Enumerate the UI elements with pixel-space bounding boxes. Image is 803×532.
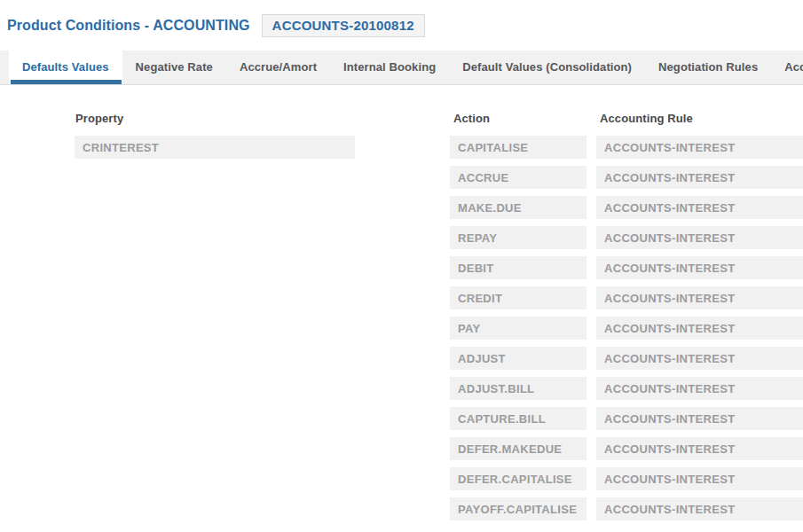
- action-field[interactable]: PAYOFF.CAPITALISE: [450, 497, 587, 520]
- accounting-rule-column-header: Accounting Rule: [596, 112, 803, 125]
- action-field[interactable]: CAPITALISE: [450, 136, 587, 159]
- action-field[interactable]: PAY: [450, 317, 587, 340]
- action-field[interactable]: ADJUST.BILL: [450, 377, 587, 400]
- accounting-rule-field[interactable]: ACCOUNTS-INTEREST: [596, 166, 803, 189]
- tab-accrue-amort[interactable]: Accrue/Amort: [226, 51, 330, 84]
- tab-negative-rate[interactable]: Negative Rate: [122, 51, 226, 84]
- accounting-rule-field[interactable]: ACCOUNTS-INTEREST: [596, 467, 803, 490]
- accounting-rule-field[interactable]: ACCOUNTS-INTEREST: [596, 437, 803, 460]
- form-content: Property CRINTEREST Action Accounting Ru…: [0, 85, 803, 531]
- action-field[interactable]: ACCRUE: [450, 166, 587, 189]
- accounting-rule-field[interactable]: ACCOUNTS-INTEREST: [596, 377, 803, 400]
- tab-default-values-consolidation[interactable]: Default Values (Consolidation): [449, 51, 645, 84]
- action-rule-grid: Action Accounting Rule CAPITALISE ACCOUN…: [450, 112, 803, 528]
- action-field[interactable]: ADJUST: [450, 347, 587, 370]
- action-field[interactable]: DEBIT: [450, 256, 587, 279]
- page-title: Product Conditions - ACCOUNTING: [7, 18, 250, 34]
- accounting-rule-field[interactable]: ACCOUNTS-INTEREST: [596, 256, 803, 279]
- tab-internal-booking[interactable]: Internal Booking: [330, 51, 449, 84]
- tab-bar: Defaults Values Negative Rate Accrue/Amo…: [0, 51, 803, 85]
- tab-negotiation-rules[interactable]: Negotiation Rules: [645, 51, 771, 84]
- accounting-rule-field[interactable]: ACCOUNTS-INTEREST: [596, 407, 803, 430]
- action-field[interactable]: DEFER.MAKEDUE: [450, 437, 587, 460]
- page-header: Product Conditions - ACCOUNTING ACCOUNTS…: [0, 0, 803, 42]
- accounting-rule-field[interactable]: ACCOUNTS-INTEREST: [596, 347, 803, 370]
- tab-defaults-values[interactable]: Defaults Values: [9, 51, 122, 84]
- action-field[interactable]: MAKE.DUE: [450, 196, 587, 219]
- accounting-rule-field[interactable]: ACCOUNTS-INTEREST: [596, 136, 803, 159]
- action-field[interactable]: REPAY: [450, 226, 587, 249]
- record-id-badge: ACCOUNTS-20100812: [262, 14, 425, 37]
- action-field[interactable]: DEFER.CAPITALISE: [450, 467, 587, 490]
- property-group: Property CRINTEREST: [75, 112, 355, 159]
- action-column-header: Action: [450, 112, 587, 125]
- accounting-rule-field[interactable]: ACCOUNTS-INTEREST: [596, 497, 803, 520]
- tab-access[interactable]: Access: [771, 51, 803, 84]
- action-field[interactable]: CAPTURE.BILL: [450, 407, 587, 430]
- accounting-rule-field[interactable]: ACCOUNTS-INTEREST: [596, 226, 803, 249]
- property-field[interactable]: CRINTEREST: [75, 136, 355, 159]
- accounting-rule-field[interactable]: ACCOUNTS-INTEREST: [596, 196, 803, 219]
- accounting-rule-field[interactable]: ACCOUNTS-INTEREST: [596, 286, 803, 309]
- action-field[interactable]: CREDIT: [450, 286, 587, 309]
- accounting-rule-field[interactable]: ACCOUNTS-INTEREST: [596, 317, 803, 340]
- property-label: Property: [75, 112, 355, 125]
